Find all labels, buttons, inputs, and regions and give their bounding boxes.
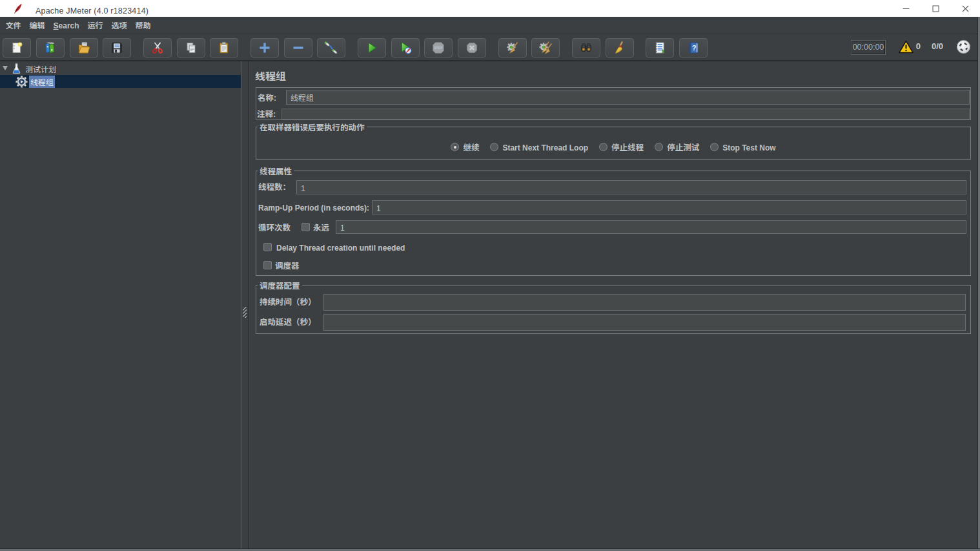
toolbar-buttons: STOP: [3, 38, 719, 57]
threads-label: 线程数：: [258, 182, 291, 192]
start-no-timers-button[interactable]: [391, 38, 420, 57]
radio-start-next-loop-circle[interactable]: [490, 143, 498, 151]
comment-label: 注释:: [257, 109, 276, 119]
title-bar: Apache JMeter (4.0 r1823414): [0, 0, 980, 17]
menu-search[interactable]: Search: [49, 17, 83, 34]
open-folder-icon: [77, 41, 91, 55]
minimize-button[interactable]: [891, 0, 921, 17]
search-button[interactable]: [572, 38, 600, 57]
delay-thread-label: Delay Thread creation until needed: [276, 242, 405, 253]
page-title: 线程组: [255, 68, 286, 83]
cut-scissors-icon: [150, 41, 165, 55]
tree-item-test-plan[interactable]: 测试计划: [0, 62, 241, 75]
close-icon: [962, 5, 969, 12]
search-reset-button[interactable]: [606, 38, 634, 57]
function-helper-button[interactable]: [646, 38, 674, 57]
delay-thread-checkbox[interactable]: [263, 243, 272, 251]
threads-input[interactable]: [296, 180, 966, 194]
name-input[interactable]: [286, 90, 970, 105]
radio-row: 继续 Start Next Thread Loop 停止线程 停止测试: [256, 141, 970, 152]
toggle-button[interactable]: [317, 38, 345, 57]
menu-options[interactable]: 选项: [107, 17, 131, 34]
test-timer: 00:00:00: [852, 41, 885, 54]
error-count: 0: [916, 41, 921, 51]
duration-input[interactable]: [323, 294, 966, 311]
start-button[interactable]: [358, 38, 386, 57]
radio-stop-thread[interactable]: 停止线程: [599, 141, 644, 152]
sampler-error-action-box: 在取样器错误后要执行的动作 继续 Start Next Thread Loop …: [256, 127, 971, 160]
radio-stop-test-now-circle[interactable]: [710, 143, 719, 151]
menu-edit[interactable]: 编辑: [25, 17, 49, 34]
new-button[interactable]: [3, 38, 31, 57]
toolbar-group-clear: [498, 38, 560, 57]
window-frame-bottom: [0, 548, 980, 551]
svg-text:STOP: STOP: [434, 47, 444, 50]
menu-bar: 文件 编辑 Search 运行 选项 帮助: [0, 17, 980, 34]
menu-run[interactable]: 运行: [83, 17, 107, 34]
radio-stop-thread-circle[interactable]: [599, 143, 607, 151]
tree-item-thread-group[interactable]: 线程组: [0, 75, 241, 88]
radio-stop-test[interactable]: 停止测试: [655, 141, 699, 152]
sampler-error-action-title: 在取样器错误后要执行的动作: [258, 122, 367, 132]
split-divider[interactable]: [241, 61, 248, 551]
scheduler-config-title: 调度器配置: [258, 280, 302, 290]
clear-button[interactable]: [498, 38, 527, 57]
tree-expand-icon[interactable]: [3, 66, 8, 71]
cut-button[interactable]: [143, 38, 172, 57]
startup-delay-input[interactable]: [323, 314, 966, 331]
comment-input[interactable]: [281, 109, 970, 120]
add-button[interactable]: [250, 38, 279, 57]
help-button[interactable]: ?: [679, 38, 708, 57]
copy-button[interactable]: [177, 38, 205, 57]
remove-button[interactable]: [284, 38, 312, 57]
save-icon: [110, 41, 124, 55]
forever-checkbox[interactable]: [301, 223, 310, 231]
templates-button[interactable]: [36, 38, 65, 57]
menu-file[interactable]: 文件: [1, 17, 25, 34]
radio-stop-test-now[interactable]: Stop Test Now: [710, 141, 775, 152]
jmeter-window: Apache JMeter (4.0 r1823414) 文件 编辑 Searc…: [0, 0, 980, 551]
rampup-label: Ramp-Up Period (in seconds):: [258, 202, 369, 213]
toolbar: STOP: [0, 34, 980, 61]
stop-button[interactable]: STOP: [424, 38, 453, 57]
clear-all-broom-icon: [538, 41, 553, 55]
loop-count-label: 循环次数: [258, 222, 291, 233]
maximize-button[interactable]: [921, 0, 950, 17]
warning-icon[interactable]: [899, 40, 914, 54]
help-book-icon: ?: [686, 41, 700, 55]
window-controls: [891, 0, 980, 17]
radio-stop-test-circle[interactable]: [655, 143, 663, 151]
svg-text:?: ?: [691, 44, 696, 52]
shutdown-icon: [465, 41, 479, 55]
start-no-timers-icon: [398, 41, 413, 55]
radio-continue[interactable]: 继续: [451, 141, 479, 152]
open-button[interactable]: [70, 38, 98, 57]
stop-icon: STOP: [431, 41, 445, 55]
rampup-input[interactable]: [372, 200, 966, 214]
radio-start-next-loop[interactable]: Start Next Thread Loop: [490, 141, 588, 152]
scheduler-label: 调度器: [275, 260, 300, 271]
duration-label: 持续时间（秒）: [260, 296, 316, 307]
test-plan-flask-icon: [10, 63, 23, 75]
search-binoculars-icon: [579, 41, 593, 55]
name-comment-box: 名称: 注释:: [256, 87, 971, 120]
search-reset-broom-icon: [613, 41, 627, 55]
save-button[interactable]: [103, 38, 131, 57]
plus-icon: [258, 41, 272, 55]
toolbar-group-edit: [143, 38, 239, 57]
menu-help[interactable]: 帮助: [131, 17, 155, 34]
radio-continue-circle[interactable]: [451, 143, 459, 151]
clear-all-button[interactable]: [531, 38, 560, 57]
shutdown-button[interactable]: [458, 38, 486, 57]
scheduler-checkbox[interactable]: [263, 261, 272, 269]
copy-icon: [184, 41, 198, 55]
config-panel: 线程组 名称: 注释: 在取样器错误后要执行的动作 继续 Start Next …: [248, 61, 980, 551]
new-file-icon: [10, 41, 24, 55]
loop-count-input[interactable]: [336, 220, 966, 234]
paste-button[interactable]: [210, 38, 238, 57]
minus-icon: [291, 41, 305, 55]
scheduler-config-box: 调度器配置 持续时间（秒） 启动延迟（秒）: [256, 285, 971, 334]
divider-grip-icon[interactable]: [243, 307, 247, 318]
close-button[interactable]: [950, 0, 980, 17]
remote-indicator-icon: [956, 39, 971, 54]
